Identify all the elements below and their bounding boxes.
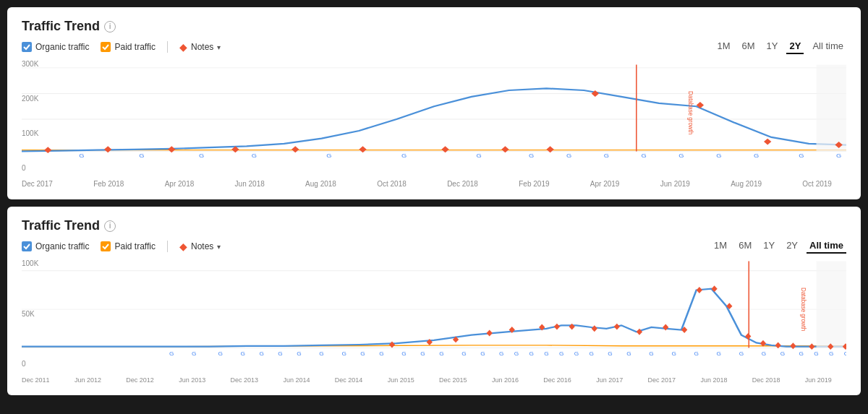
notes-label-2: Notes [191, 241, 213, 251]
chart-body-2: 100K 50K 0 Database growth G [22, 258, 846, 384]
svg-marker-28 [359, 146, 366, 152]
svg-text:Database growth: Database growth [687, 91, 695, 135]
time-btn-6m-2[interactable]: 6M [736, 238, 754, 254]
time-btn-6m-1[interactable]: 6M [739, 39, 758, 54]
svg-marker-29 [441, 146, 448, 152]
svg-text:G: G [480, 351, 485, 357]
svg-text:G: G [694, 351, 698, 357]
svg-text:G: G [642, 152, 647, 159]
x-label-dec2013: Dec 2013 [231, 376, 259, 384]
x-label-jun2015: Jun 2015 [388, 376, 414, 384]
svg-rect-6 [817, 64, 846, 151]
svg-text:G: G [799, 152, 804, 159]
legend-paid-1[interactable]: Paid traffic [101, 42, 155, 52]
x-axis-1: Dec 2017 Feb 2018 Apr 2018 Jun 2018 Aug … [22, 177, 846, 188]
notes-diamond-1: ◆ [179, 41, 187, 53]
time-btn-1m-1[interactable]: 1M [714, 39, 733, 54]
svg-text:G: G [514, 351, 519, 357]
svg-text:G: G [326, 152, 332, 159]
legend-paid-2[interactable]: Paid traffic [101, 241, 155, 251]
time-btn-all-2[interactable]: All time [807, 238, 846, 254]
legend-organic-1[interactable]: Organic traffic [22, 42, 89, 52]
svg-marker-89 [663, 324, 668, 331]
x-label-dec2017-2: Dec 2017 [648, 376, 676, 384]
svg-text:G: G [169, 351, 174, 357]
chart-svg-2: Database growth G G G G G G G G G G G G … [22, 258, 846, 374]
x-label-aug2019: Aug 2019 [731, 180, 762, 188]
paid-label-1: Paid traffic [114, 42, 155, 52]
chart-title-1: Traffic Trend i [22, 19, 846, 34]
time-btn-2y-2[interactable]: 2Y [783, 238, 801, 254]
svg-text:G: G [401, 152, 407, 159]
notes-diamond-2: ◆ [179, 241, 187, 252]
svg-text:G: G [529, 152, 535, 159]
info-icon-1[interactable]: i [104, 21, 116, 33]
x-label-dec2015: Dec 2015 [439, 376, 467, 384]
svg-text:G: G [461, 351, 466, 357]
svg-marker-24 [104, 146, 111, 152]
x-label-jun2019: Jun 2019 [660, 180, 690, 188]
info-icon-2[interactable]: i [104, 220, 116, 232]
x-label-dec2018: Dec 2018 [447, 180, 478, 188]
x-label-dec2011: Dec 2011 [22, 376, 50, 384]
notes-dropdown-icon-2: ▾ [217, 243, 221, 251]
organic-check-1 [22, 42, 32, 52]
organic-check-2 [22, 241, 32, 251]
chart-card-2: Traffic Trend i Organic traffic Paid tra… [7, 207, 861, 395]
svg-marker-91 [697, 287, 702, 293]
svg-text:G: G [649, 351, 653, 357]
time-btn-1y-2[interactable]: 1Y [760, 238, 778, 254]
svg-text:G: G [240, 351, 244, 357]
svg-text:G: G [499, 351, 503, 357]
paid-check-2 [101, 241, 111, 251]
svg-marker-84 [554, 324, 560, 330]
organic-label-1: Organic traffic [35, 42, 89, 52]
time-controls-1: 1M 6M 1Y 2Y All time [714, 39, 846, 54]
legend-organic-2[interactable]: Organic traffic [22, 241, 89, 251]
svg-text:G: G [401, 351, 406, 357]
x-label-oct2018: Oct 2018 [377, 180, 407, 188]
chart-card-1: Traffic Trend i Organic traffic Paid tra… [7, 7, 861, 199]
svg-marker-25 [168, 146, 175, 152]
paid-check-1 [101, 42, 111, 52]
x-label-jun2014: Jun 2014 [283, 376, 310, 384]
organic-label-2: Organic traffic [35, 241, 89, 251]
svg-text:G: G [297, 351, 301, 357]
x-label-dec2018: Dec 2018 [752, 376, 780, 384]
svg-text:G: G [671, 351, 676, 357]
svg-rect-41 [817, 261, 846, 348]
time-btn-all-1[interactable]: All time [809, 39, 846, 54]
chart-plot-2: Database growth G G G G G G G G G G G G … [22, 258, 846, 384]
svg-text:Database growth: Database growth [800, 288, 808, 332]
time-btn-1y-1[interactable]: 1Y [764, 39, 781, 54]
svg-text:G: G [559, 351, 563, 357]
legend-notes-1[interactable]: ◆ Notes ▾ [179, 41, 221, 53]
svg-text:G: G [754, 152, 760, 159]
legend-notes-2[interactable]: ◆ Notes ▾ [179, 241, 221, 252]
time-btn-2y-1[interactable]: 2Y [786, 39, 804, 54]
svg-marker-85 [569, 324, 575, 330]
svg-marker-34 [764, 139, 771, 145]
x-axis-2: Dec 2011 Jun 2012 Dec 2012 Jun 2013 Dec … [22, 374, 846, 384]
svg-text:G: G [139, 152, 145, 159]
svg-text:G: G [799, 351, 804, 357]
svg-marker-98 [809, 343, 814, 350]
x-label-dec2016: Dec 2016 [543, 376, 571, 384]
svg-text:G: G [420, 351, 425, 357]
x-label-aug2018: Aug 2018 [305, 180, 336, 188]
paid-label-2: Paid traffic [114, 241, 155, 251]
time-btn-1m-2[interactable]: 1M [711, 238, 730, 254]
chart-title-2: Traffic Trend i [22, 218, 846, 233]
svg-text:G: G [79, 152, 85, 159]
chart-title-text-2: Traffic Trend [22, 218, 100, 233]
svg-text:G: G [717, 351, 721, 357]
x-label-dec2017: Dec 2017 [22, 180, 53, 188]
svg-text:G: G [626, 351, 631, 357]
chart-body-1: 300K 200K 100K 0 Database growth [22, 59, 846, 188]
svg-text:G: G [739, 351, 744, 357]
svg-text:G: G [589, 351, 593, 357]
svg-text:G: G [199, 152, 205, 159]
svg-text:G: G [574, 351, 579, 357]
svg-marker-94 [745, 333, 751, 340]
svg-text:G: G [608, 351, 612, 357]
